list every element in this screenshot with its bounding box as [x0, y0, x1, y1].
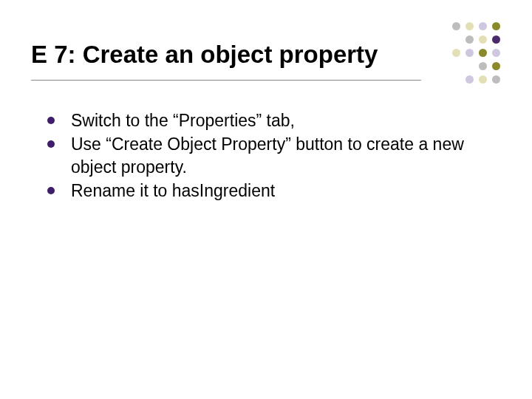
dot-icon: [466, 22, 474, 30]
dot-icon: [479, 22, 487, 30]
list-item: Rename it to hasIngredient: [44, 180, 495, 202]
slide: E 7: Create an object property Switch to…: [0, 0, 532, 399]
dot-icon: [492, 22, 500, 30]
dot-icon: [479, 75, 487, 83]
list-item: Switch to the “Properties” tab,: [44, 109, 495, 132]
dot-icon: [492, 75, 500, 83]
dot-icon: [466, 75, 474, 83]
title-area: E 7: Create an object property: [31, 41, 502, 68]
content-area: Switch to the “Properties” tab, Use “Cre…: [44, 109, 495, 203]
slide-title: E 7: Create an object property: [31, 41, 502, 68]
list-item: Use “Create Object Property” button to c…: [44, 133, 495, 178]
title-underline: [31, 80, 421, 81]
bullet-list: Switch to the “Properties” tab, Use “Cre…: [44, 109, 495, 202]
dot-icon: [452, 22, 460, 30]
